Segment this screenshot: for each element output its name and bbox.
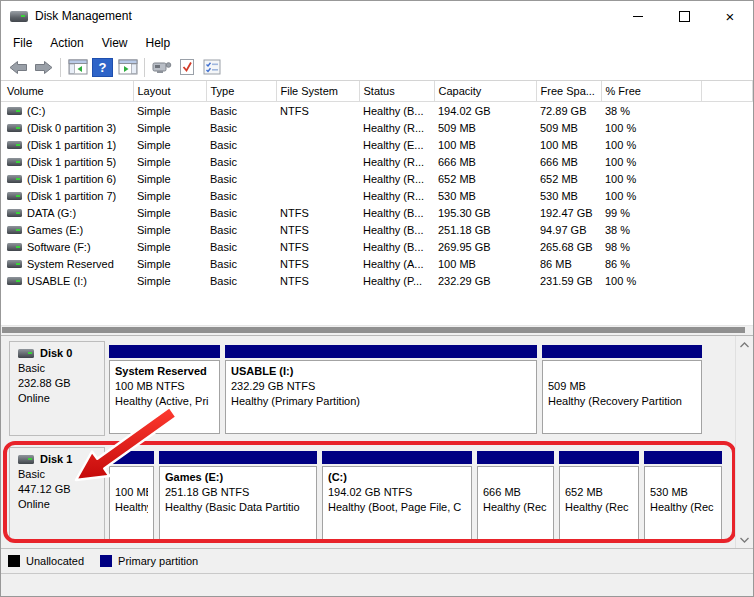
- partition[interactable]: 652 MBHealthy (Rec: [559, 451, 639, 540]
- volume-fs-cell: [276, 170, 359, 187]
- column-header-filler: [701, 81, 753, 102]
- disk-management-window: Disk Management × FileActionViewHelp ? V…: [0, 0, 754, 597]
- checklist-icon[interactable]: [199, 56, 224, 79]
- column-header-free-spa[interactable]: Free Spa...: [536, 81, 601, 102]
- volume-icon: [7, 226, 22, 234]
- volume-pct-cell: 38 %: [601, 102, 701, 120]
- column-header--free[interactable]: % Free: [601, 81, 701, 102]
- column-header-file-system[interactable]: File System: [276, 81, 359, 102]
- column-header-capacity[interactable]: Capacity: [434, 81, 536, 102]
- menu-action[interactable]: Action: [41, 33, 92, 53]
- status-bar: [1, 574, 753, 597]
- volume-free-cell: 666 MB: [536, 153, 601, 170]
- partition[interactable]: 530 MBHealthy (Rec: [644, 451, 722, 540]
- menu-view[interactable]: View: [93, 33, 137, 53]
- partition-status: Healthy (Primary Partition): [231, 394, 531, 409]
- volume-name-cell: (Disk 1 partition 6): [1, 170, 133, 187]
- back-icon[interactable]: [6, 56, 31, 79]
- partition[interactable]: 100 MBHealthy: [109, 451, 154, 540]
- partition-status: Healthy (Rec: [650, 500, 716, 515]
- column-header-volume[interactable]: Volume: [1, 81, 133, 102]
- volume-layout-cell: Simple: [133, 204, 206, 221]
- partition[interactable]: 666 MBHealthy (Rec: [477, 451, 554, 540]
- maximize-button[interactable]: [661, 1, 707, 31]
- action-pane-icon[interactable]: [115, 56, 140, 79]
- volume-row[interactable]: (Disk 0 partition 3)SimpleBasicHealthy (…: [1, 119, 753, 136]
- legend-label: Unallocated: [26, 555, 84, 567]
- toolbar-separator: [60, 58, 61, 77]
- device-icon[interactable]: [149, 56, 174, 79]
- column-header-status[interactable]: Status: [359, 81, 434, 102]
- check-document-icon[interactable]: [174, 56, 199, 79]
- volume-row[interactable]: (Disk 1 partition 1)SimpleBasicHealthy (…: [1, 136, 753, 153]
- volume-row[interactable]: (Disk 1 partition 6)SimpleBasicHealthy (…: [1, 170, 753, 187]
- console-tree-icon[interactable]: [65, 56, 90, 79]
- volume-free-cell: 530 MB: [536, 187, 601, 204]
- volume-row[interactable]: System ReservedSimpleBasicNTFSHealthy (A…: [1, 255, 753, 272]
- menu-help[interactable]: Help: [137, 33, 180, 53]
- column-header-type[interactable]: Type: [206, 81, 276, 102]
- volume-free-cell: 652 MB: [536, 170, 601, 187]
- volume-type-cell: Basic: [206, 153, 276, 170]
- partition-color-band: [644, 451, 722, 464]
- volume-row[interactable]: DATA (G:)SimpleBasicNTFSHealthy (B...195…: [1, 204, 753, 221]
- volume-row[interactable]: Software (F:)SimpleBasicNTFSHealthy (B..…: [1, 238, 753, 255]
- volume-row[interactable]: USABLE (I:)SimpleBasicNTFSHealthy (P...2…: [1, 272, 753, 289]
- partition-status: Healthy (Recovery Partition: [548, 394, 696, 409]
- forward-icon[interactable]: [31, 56, 56, 79]
- volume-capacity-cell: 194.02 GB: [434, 102, 536, 120]
- volume-row[interactable]: (C:)SimpleBasicNTFSHealthy (B...194.02 G…: [1, 102, 753, 120]
- legend-item: Unallocated: [8, 555, 84, 567]
- legend-swatch: [8, 555, 20, 567]
- scroll-up-icon[interactable]: [736, 336, 753, 353]
- volume-type-cell: Basic: [206, 170, 276, 187]
- volume-pct-cell: 38 %: [601, 221, 701, 238]
- volume-row[interactable]: Games (E:)SimpleBasicNTFSHealthy (B...25…: [1, 221, 753, 238]
- help-icon[interactable]: ?: [90, 56, 115, 79]
- volume-name-cell: (Disk 1 partition 5): [1, 153, 133, 170]
- maximize-icon: [679, 11, 690, 22]
- volume-name: DATA (G:): [27, 207, 76, 219]
- volume-free-cell: 192.47 GB: [536, 204, 601, 221]
- volume-pct-cell: 86 %: [601, 255, 701, 272]
- partition-size: 194.02 GB NTFS: [328, 485, 466, 500]
- partition[interactable]: Games (E:)251.18 GB NTFSHealthy (Basic D…: [159, 451, 317, 540]
- volume-name-cell: (Disk 1 partition 1): [1, 136, 133, 153]
- horizontal-scrollbar[interactable]: [1, 325, 753, 335]
- volume-pct-cell: 100 %: [601, 272, 701, 289]
- disk-label[interactable]: Disk 0Basic232.88 GBOnline: [9, 341, 105, 436]
- disk-size: 232.88 GB: [18, 376, 104, 391]
- horizontal-scrollbar-thumb[interactable]: [2, 327, 745, 333]
- app-disk-icon: [10, 11, 28, 22]
- menu-file[interactable]: File: [4, 33, 41, 53]
- disk-name: Disk 0: [40, 347, 72, 359]
- volume-row[interactable]: (Disk 1 partition 7)SimpleBasicHealthy (…: [1, 187, 753, 204]
- volume-filler-cell: [701, 136, 753, 153]
- volume-status-cell: Healthy (B...: [359, 221, 434, 238]
- volume-filler-cell: [701, 255, 753, 272]
- volume-type-cell: Basic: [206, 136, 276, 153]
- partition[interactable]: USABLE (I:)232.29 GB NTFSHealthy (Primar…: [225, 345, 537, 434]
- column-header-layout[interactable]: Layout: [133, 81, 206, 102]
- volume-icon: [7, 107, 22, 115]
- close-button[interactable]: ×: [707, 1, 753, 31]
- partition-color-band: [109, 451, 154, 464]
- volume-status-cell: Healthy (B...: [359, 238, 434, 255]
- volume-name-cell: Software (F:): [1, 238, 133, 255]
- partition-status: Healthy: [115, 500, 148, 515]
- volume-row[interactable]: (Disk 1 partition 5)SimpleBasicHealthy (…: [1, 153, 753, 170]
- partition-title: [483, 470, 548, 485]
- partition[interactable]: (C:)194.02 GB NTFSHealthy (Boot, Page Fi…: [322, 451, 472, 540]
- minimize-button[interactable]: [615, 1, 661, 31]
- svg-text:?: ?: [99, 60, 107, 75]
- partition[interactable]: 509 MBHealthy (Recovery Partition: [542, 345, 702, 434]
- partition-title: [548, 364, 696, 379]
- disk-label[interactable]: Disk 1Basic447.12 GBOnline: [9, 447, 105, 542]
- disk-name: Disk 1: [40, 453, 72, 465]
- volume-filler-cell: [701, 238, 753, 255]
- partition[interactable]: System Reserved100 MB NTFSHealthy (Activ…: [109, 345, 220, 434]
- scroll-down-icon[interactable]: [736, 531, 753, 548]
- volume-name-cell: Games (E:): [1, 221, 133, 238]
- vertical-scrollbar[interactable]: [735, 336, 753, 548]
- volume-capacity-cell: 530 MB: [434, 187, 536, 204]
